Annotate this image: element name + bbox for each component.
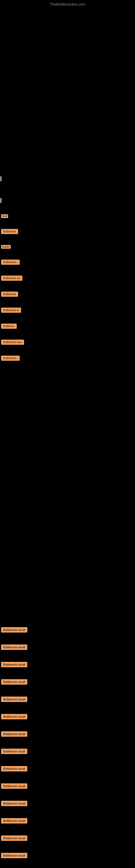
- result-badge-7: Bottleneck re: [1, 308, 21, 313]
- progressive-results: Bottl Bottleneck Bottlen Bottleneck r Bo…: [0, 212, 135, 369]
- result-badge-4: Bottleneck r: [1, 259, 20, 265]
- br-row-10[interactable]: Bottleneck result: [0, 780, 135, 792]
- result-row-9[interactable]: Bottleneck resu: [0, 337, 135, 347]
- result-row-1[interactable]: Bottl: [0, 212, 135, 221]
- result-row-3[interactable]: Bottlen: [0, 242, 135, 251]
- result-badge-10: Bottleneck r: [1, 355, 20, 361]
- result-badge-9: Bottleneck resu: [1, 340, 24, 345]
- br-badge-14: Bottleneck result: [1, 853, 27, 858]
- br-row-8[interactable]: Bottleneck result: [0, 745, 135, 757]
- br-badge-4: Bottleneck result: [1, 679, 27, 685]
- result-badge-3: Bottlen: [1, 245, 11, 249]
- result-badge-1: Bottl: [1, 214, 8, 218]
- result-row-4[interactable]: Bottleneck r: [0, 257, 135, 268]
- divider-line-1: [1, 176, 1, 181]
- br-row-3[interactable]: Bottleneck result: [0, 659, 135, 671]
- bottom-results-section: Bottleneck result Bottleneck result Bott…: [0, 624, 135, 868]
- br-badge-9: Bottleneck result: [1, 766, 27, 771]
- br-row-13[interactable]: Bottleneck result: [0, 832, 135, 844]
- br-row-9[interactable]: Bottleneck result: [0, 763, 135, 775]
- br-badge-8: Bottleneck result: [1, 749, 27, 754]
- result-row-10[interactable]: Bottleneck r: [0, 353, 135, 364]
- br-badge-11: Bottleneck result: [1, 801, 27, 806]
- result-row-7[interactable]: Bottleneck re: [0, 305, 135, 315]
- br-row-7[interactable]: Bottleneck result: [0, 728, 135, 740]
- result-badge-8: Bottlenec: [1, 323, 17, 329]
- br-badge-2: Bottleneck result: [1, 645, 27, 650]
- br-badge-6: Bottleneck result: [1, 714, 27, 719]
- br-badge-13: Bottleneck result: [1, 835, 27, 841]
- br-badge-1: Bottleneck result: [1, 627, 27, 632]
- br-row-14[interactable]: Bottleneck result: [0, 849, 135, 862]
- br-badge-3: Bottleneck result: [1, 662, 27, 667]
- br-badge-7: Bottleneck result: [1, 731, 27, 737]
- br-row-11[interactable]: Bottleneck result: [0, 798, 135, 809]
- br-row-4[interactable]: Bottleneck result: [0, 676, 135, 688]
- br-badge-10: Bottleneck result: [1, 783, 27, 789]
- br-row-1[interactable]: Bottleneck result: [0, 624, 135, 636]
- br-badge-12: Bottleneck result: [1, 818, 27, 824]
- br-row-6[interactable]: Bottleneck result: [0, 711, 135, 723]
- result-row-8[interactable]: Bottlenec: [0, 321, 135, 332]
- br-row-5[interactable]: Bottleneck result: [0, 693, 135, 705]
- br-badge-5: Bottleneck result: [1, 696, 27, 702]
- result-row-5[interactable]: Bottleneck res: [0, 273, 135, 283]
- br-row-2[interactable]: Bottleneck result: [0, 641, 135, 653]
- result-badge-6: Bottleneck: [1, 291, 18, 297]
- br-row-12[interactable]: Bottleneck result: [0, 815, 135, 827]
- result-badge-2: Bottleneck: [1, 229, 18, 234]
- site-title: TheBottlenecker.com: [50, 2, 85, 6]
- result-badge-5: Bottleneck res: [1, 276, 22, 281]
- result-row-6[interactable]: Bottleneck: [0, 289, 135, 300]
- br-row-15[interactable]: Bottleneck result: [0, 867, 135, 868]
- divider-line-2: [1, 198, 1, 203]
- result-row-2[interactable]: Bottleneck: [0, 226, 135, 237]
